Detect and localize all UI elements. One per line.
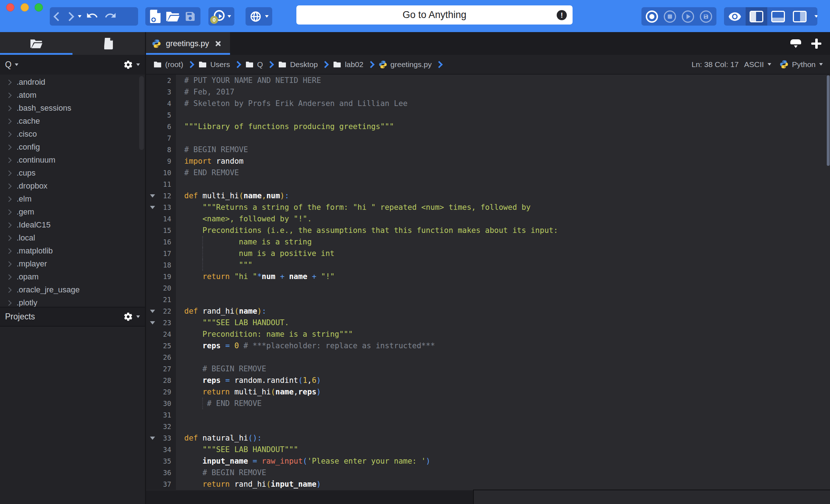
expand-chevron-icon[interactable] <box>6 261 12 267</box>
save-icon[interactable] <box>184 10 196 22</box>
file-tree-item[interactable]: .IdealC15 <box>0 218 145 231</box>
code-line[interactable]: 32 <box>146 421 830 432</box>
code-line[interactable]: 27# BEGIN REMOVE <box>146 363 830 375</box>
expand-chevron-icon[interactable] <box>6 183 12 189</box>
places-gear-icon[interactable] <box>123 60 133 70</box>
code-line[interactable]: 29return multi_hi(name,reps) <box>146 386 830 398</box>
tab-overflow-icon[interactable] <box>790 39 801 48</box>
code-line[interactable]: 14<name>, followed by "!". <box>146 213 830 225</box>
file-tree-item[interactable]: .cisco <box>0 128 145 141</box>
window-zoom-button[interactable] <box>35 3 43 12</box>
code-line[interactable]: 5 <box>146 109 830 121</box>
expand-chevron-icon[interactable] <box>6 235 12 241</box>
undo-icon[interactable] <box>87 11 99 22</box>
code-line[interactable]: 10# END REMOVE <box>146 167 830 178</box>
browser-dropdown-icon[interactable] <box>265 15 269 18</box>
code-line[interactable]: 22def rand_hi(name): <box>146 305 830 317</box>
encoding-selector[interactable]: ASCII <box>744 60 771 69</box>
breadcrumb-item[interactable]: Q <box>245 60 263 69</box>
expand-chevron-icon[interactable] <box>6 170 12 176</box>
expand-chevron-icon[interactable] <box>6 105 12 111</box>
close-tab-icon[interactable] <box>215 40 221 47</box>
sidebar-tab-places[interactable] <box>0 32 72 55</box>
code-line[interactable]: 20 <box>146 282 830 294</box>
play-macro-icon[interactable] <box>682 10 694 23</box>
toolbox-icon[interactable]: 0 <box>212 10 225 23</box>
expand-chevron-icon[interactable] <box>6 300 12 306</box>
code-line[interactable]: 18""" <box>146 259 830 271</box>
code-line[interactable]: 37return rand_hi(input_name) <box>146 478 830 490</box>
preview-eye-icon[interactable] <box>724 7 746 26</box>
code-line[interactable]: 8# BEGIN REMOVE <box>146 144 830 155</box>
file-tree-item[interactable]: .atom <box>0 89 145 102</box>
record-macro-icon[interactable] <box>646 10 658 23</box>
editor-scrollbar-thumb[interactable] <box>827 75 830 166</box>
expand-chevron-icon[interactable] <box>6 157 12 163</box>
code-line[interactable]: 34"""SEE LAB HANDOUT""" <box>146 444 830 455</box>
expand-chevron-icon[interactable] <box>6 79 12 85</box>
code-line[interactable]: 6"""Library of functions producing greet… <box>146 121 830 132</box>
expand-chevron-icon[interactable] <box>6 118 12 124</box>
fold-marker-icon[interactable] <box>150 206 155 209</box>
projects-gear-icon[interactable] <box>123 312 133 322</box>
new-file-icon[interactable] <box>150 10 162 23</box>
code-line[interactable]: 19return "hi "*num + name + "!" <box>146 271 830 282</box>
file-tree-item[interactable]: .plotly <box>0 296 145 307</box>
stop-macro-icon[interactable] <box>664 10 676 23</box>
code-line[interactable]: 28reps = random.randint(1,6) <box>146 375 830 386</box>
code-line[interactable]: 17num is a positive int <box>146 248 830 259</box>
code-line[interactable]: 4# Skeleton by Profs Erik Andersen and L… <box>146 98 830 109</box>
code-line[interactable]: 26 <box>146 352 830 363</box>
code-line[interactable]: 23"""SEE LAB HANDOUT. <box>146 317 830 328</box>
code-line[interactable]: 15Preconditions (i.e., the assumptions t… <box>146 225 830 236</box>
code-line[interactable]: 36# BEGIN REMOVE <box>146 467 830 478</box>
redo-icon[interactable] <box>104 11 116 22</box>
tab-greetings-py[interactable]: greetings.py <box>146 32 230 55</box>
file-tree-item[interactable]: .opam <box>0 270 145 283</box>
breadcrumb-item[interactable]: Users <box>198 60 230 69</box>
file-tree-item[interactable]: .oracle_jre_usage <box>0 283 145 296</box>
back-icon[interactable] <box>53 12 62 21</box>
places-dropdown-icon[interactable] <box>15 63 18 66</box>
code-line[interactable]: 35input_name = raw_input('Please enter y… <box>146 455 830 467</box>
file-tree-item[interactable]: .dropbox <box>0 180 145 193</box>
code-line[interactable]: 12def multi_hi(name,num): <box>146 190 830 202</box>
breadcrumb-item[interactable]: greetings.py <box>379 60 432 69</box>
fold-marker-icon[interactable] <box>150 437 155 440</box>
code-line[interactable]: 30# END REMOVE <box>146 398 830 409</box>
file-tree-item[interactable]: .elm <box>0 193 145 205</box>
open-folder-icon[interactable] <box>166 11 180 22</box>
fold-marker-icon[interactable] <box>150 194 155 198</box>
code-line[interactable]: 21 <box>146 294 830 305</box>
pane-layout-dropdown-icon[interactable] <box>811 7 817 26</box>
code-line[interactable]: 24Precondition: name is a string""" <box>146 328 830 340</box>
new-tab-icon[interactable] <box>811 39 821 49</box>
sidebar-tab-files[interactable] <box>72 32 145 55</box>
breadcrumb-item[interactable]: Desktop <box>278 60 318 69</box>
code-line[interactable]: 31 <box>146 409 830 421</box>
projects-gear-dropdown-icon[interactable] <box>136 315 140 318</box>
toolbox-dropdown-icon[interactable] <box>228 15 231 18</box>
places-gear-dropdown-icon[interactable] <box>136 63 140 66</box>
right-pane-toggle[interactable] <box>789 7 811 26</box>
history-dropdown-icon[interactable] <box>78 15 81 18</box>
bottom-pane-toggle[interactable] <box>767 7 789 26</box>
code-editor[interactable]: 2# PUT YOUR NAME AND NETID HERE3# Feb, 2… <box>146 75 830 490</box>
expand-chevron-icon[interactable] <box>6 248 12 254</box>
fold-marker-icon[interactable] <box>150 321 155 324</box>
browser-preview-icon[interactable] <box>250 10 262 23</box>
file-tree-item[interactable]: .matplotlib <box>0 244 145 257</box>
language-selector[interactable]: Python <box>780 60 823 69</box>
code-line[interactable]: 13"""Returns a string of the form: "hi "… <box>146 202 830 213</box>
file-tree-item[interactable]: .android <box>0 76 145 89</box>
fold-marker-icon[interactable] <box>150 310 155 313</box>
expand-chevron-icon[interactable] <box>6 209 12 215</box>
code-line[interactable]: 7 <box>146 132 830 144</box>
save-macro-icon[interactable] <box>700 10 712 23</box>
expand-chevron-icon[interactable] <box>6 287 12 293</box>
file-tree-item[interactable]: .config <box>0 141 145 154</box>
file-tree-item[interactable]: .mplayer <box>0 257 145 270</box>
go-to-anything-input[interactable]: Go to Anything ! <box>296 5 573 25</box>
expand-chevron-icon[interactable] <box>6 92 12 98</box>
breadcrumb-item[interactable]: (root) <box>153 60 183 69</box>
